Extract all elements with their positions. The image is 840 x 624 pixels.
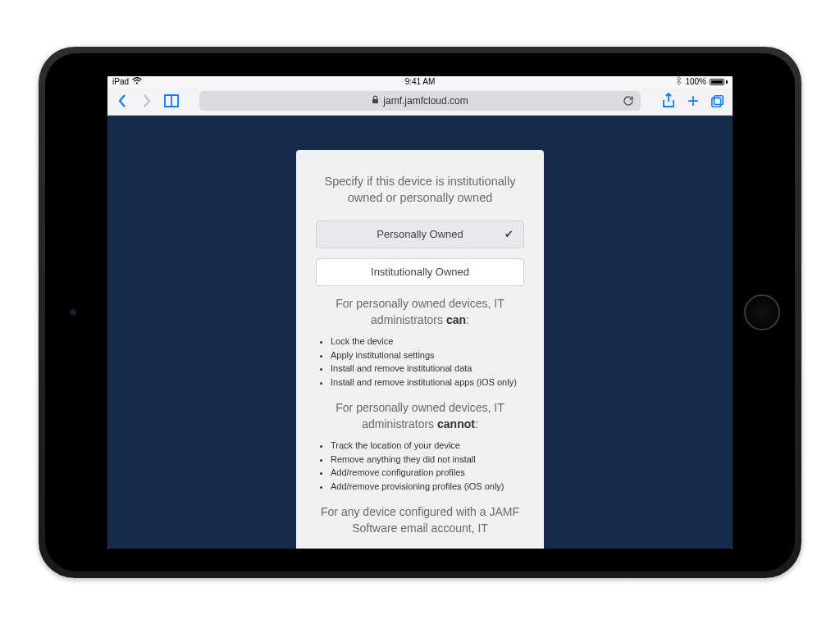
svg-rect-2 [714, 96, 724, 105]
page-body: Specify if this device is institutionall… [107, 116, 733, 549]
safari-toolbar: jamf.jamfcloud.com + [107, 88, 733, 116]
front-camera [70, 309, 76, 316]
forward-button[interactable] [139, 89, 155, 112]
option-label: Institutionally Owned [371, 266, 469, 278]
wifi-icon [132, 77, 142, 86]
option-institutionally-owned[interactable]: Institutionally Owned [316, 258, 524, 286]
prompt-text: Specify if this device is institutionall… [316, 173, 524, 207]
list-item: Apply institutional settings [331, 348, 524, 362]
cannot-heading: For personally owned devices, IT adminis… [316, 400, 524, 432]
lock-icon [372, 95, 379, 107]
ipad-frame: iPad 9:41 AM 100% [39, 47, 801, 578]
clock: 9:41 AM [405, 77, 436, 86]
footer-note: For any device configured with a JAMF So… [316, 504, 524, 536]
url-text: jamf.jamfcloud.com [383, 95, 468, 107]
screen: iPad 9:41 AM 100% [107, 76, 733, 549]
carrier-label: iPad [112, 77, 129, 86]
can-heading: For personally owned devices, IT adminis… [316, 296, 524, 328]
new-tab-button[interactable]: + [685, 89, 701, 112]
home-button[interactable] [744, 294, 780, 330]
option-label: Personally Owned [377, 228, 463, 240]
check-icon: ✔ [504, 221, 514, 248]
battery-percent: 100% [685, 77, 706, 86]
list-item: Add/remove configuration profiles [331, 466, 524, 480]
svg-point-0 [136, 82, 138, 84]
status-bar: iPad 9:41 AM 100% [107, 76, 733, 88]
battery-icon [710, 79, 728, 85]
list-item: Lock the device [331, 335, 524, 348]
share-button[interactable] [660, 89, 677, 112]
reload-button[interactable] [623, 95, 634, 107]
svg-rect-1 [372, 99, 378, 103]
can-list: Lock the device Apply institutional sett… [316, 335, 524, 389]
svg-rect-3 [712, 98, 721, 107]
cannot-list: Track the location of your device Remove… [316, 439, 524, 493]
bookmarks-button[interactable] [163, 89, 180, 112]
ownership-card: Specify if this device is institutionall… [296, 150, 544, 549]
list-item: Install and remove institutional apps (i… [331, 376, 524, 389]
list-item: Add/remove provisioning profiles (iOS on… [331, 480, 524, 494]
tabs-button[interactable] [710, 89, 726, 112]
bluetooth-icon [676, 76, 682, 87]
back-button[interactable] [114, 89, 130, 112]
list-item: Install and remove institutional data [331, 362, 524, 376]
option-personally-owned[interactable]: Personally Owned ✔ [316, 221, 524, 248]
address-bar[interactable]: jamf.jamfcloud.com [199, 91, 641, 111]
ipad-bezel: iPad 9:41 AM 100% [45, 53, 795, 572]
list-item: Track the location of your device [331, 439, 524, 453]
list-item: Remove anything they did not install [331, 453, 524, 467]
